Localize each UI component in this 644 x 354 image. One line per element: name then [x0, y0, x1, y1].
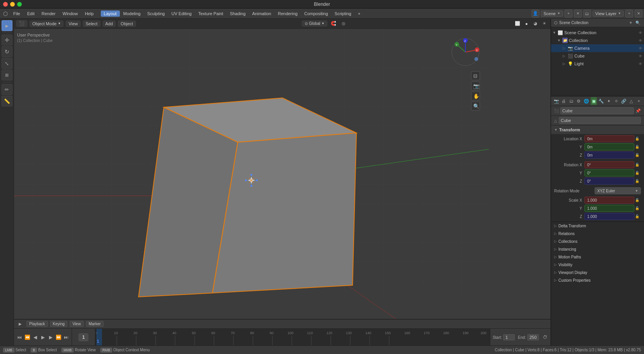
maximize-button[interactable]: [17, 2, 22, 7]
object-props-icon[interactable]: ▣: [591, 97, 597, 105]
location-y-value[interactable]: 0m: [584, 143, 634, 150]
scene-icon[interactable]: 👤: [532, 10, 539, 17]
view-menu[interactable]: View: [66, 21, 81, 27]
motion-paths-header[interactable]: ▷ Motion Paths: [551, 253, 644, 261]
workspace-shading[interactable]: Shading: [227, 10, 249, 17]
move-tool[interactable]: ✛: [2, 35, 12, 45]
play-button[interactable]: ▶: [40, 334, 46, 340]
light-item[interactable]: ▷ 💡 Light 👁: [551, 60, 644, 68]
keying-menu[interactable]: Keying: [50, 321, 68, 327]
menu-edit[interactable]: Edit: [24, 10, 38, 17]
rotation-y-lock[interactable]: 🔓: [635, 171, 639, 175]
scale-z-value[interactable]: 1.000: [584, 213, 634, 220]
rotation-x-value[interactable]: 0°: [584, 161, 634, 168]
workspace-sculpting[interactable]: Sculpting: [144, 10, 168, 17]
outliner-filter-icon[interactable]: ▼: [628, 20, 634, 26]
menu-render[interactable]: Render: [39, 10, 59, 17]
instancing-header[interactable]: ▷ Instancing: [551, 245, 644, 253]
object-menu[interactable]: Object: [118, 21, 136, 27]
location-y-lock[interactable]: 🔓: [635, 145, 639, 149]
location-z-value[interactable]: 0m: [584, 152, 634, 159]
jump-start-button[interactable]: ⏮: [16, 334, 23, 340]
transform-header[interactable]: ▼ Transform: [551, 126, 644, 134]
frame-number-display[interactable]: 1: [79, 333, 88, 341]
camera-item[interactable]: ▷ 📷 Camera 👁: [551, 44, 644, 52]
scale-tool[interactable]: ⤡: [2, 58, 12, 69]
light-vis[interactable]: 👁: [639, 62, 642, 66]
marker-menu[interactable]: Marker: [86, 321, 104, 327]
scale-y-value[interactable]: 1.000: [584, 205, 634, 212]
measure-tool[interactable]: 📏: [2, 96, 12, 106]
timeline-editor-icon[interactable]: ▶: [16, 320, 24, 328]
window-controls[interactable]: [3, 2, 22, 7]
workspace-animation[interactable]: Animation: [249, 10, 274, 17]
col-vis[interactable]: 👁: [639, 38, 642, 43]
scene-props-icon[interactable]: ⚙: [576, 97, 582, 105]
step-back-button[interactable]: ◀: [32, 334, 38, 340]
rotate-tool[interactable]: ↻: [2, 46, 12, 57]
viewlayer-icon[interactable]: 🗂: [583, 10, 591, 17]
step-fwd-button[interactable]: ▶: [47, 334, 54, 340]
pin-icon[interactable]: 📌: [635, 108, 641, 113]
constraints-props-icon[interactable]: 🔗: [621, 97, 626, 105]
del-viewlayer-icon[interactable]: ✕: [635, 10, 642, 17]
add-workspace-button[interactable]: +: [355, 10, 363, 17]
custom-properties-header[interactable]: ▷ Custom Properties: [551, 276, 644, 284]
cube-vis[interactable]: 👁: [639, 54, 642, 58]
scale-z-lock[interactable]: 🔓: [635, 214, 639, 218]
modifier-props-icon[interactable]: 🔧: [598, 97, 604, 105]
object-name-input[interactable]: [560, 107, 634, 114]
scene-selector[interactable]: Scene ▼: [541, 10, 563, 17]
view-menu-tl[interactable]: View: [70, 321, 84, 327]
physics-props-icon[interactable]: ⚛: [613, 97, 619, 105]
add-menu[interactable]: Add: [103, 21, 116, 27]
proportional-edit[interactable]: ◎: [340, 20, 347, 28]
jump-next-key-button[interactable]: ⏩: [55, 334, 61, 340]
3d-viewport[interactable]: User Perspective (1) Collection | Cube X…: [14, 29, 551, 319]
workspace-texture[interactable]: Texture Paint: [195, 10, 226, 17]
cube-item[interactable]: ▷ ⬛ Cube 👁: [551, 52, 644, 60]
jump-prev-key-button[interactable]: ⏪: [24, 334, 30, 340]
timeline-ruler[interactable]: 0 10 20 30 40 50 60 70 80 90 100 110: [95, 329, 490, 345]
particles-props-icon[interactable]: ✦: [606, 97, 612, 105]
viewlayer-selector[interactable]: View Layer ▼: [593, 10, 624, 17]
minimize-button[interactable]: [10, 2, 15, 7]
location-z-lock[interactable]: 🔓: [635, 153, 639, 157]
object-mode-selector[interactable]: Object Mode ▼: [30, 21, 63, 27]
camera-vis[interactable]: 👁: [639, 46, 642, 51]
rotation-z-lock[interactable]: 🔓: [635, 179, 639, 183]
rotation-z-value[interactable]: 0°: [584, 178, 634, 185]
new-scene-icon[interactable]: +: [565, 10, 572, 17]
wireframe-mode[interactable]: ⬜: [514, 20, 521, 28]
workspace-layout[interactable]: Layout: [101, 10, 120, 17]
menu-window[interactable]: Window: [60, 10, 81, 17]
workspace-scripting[interactable]: Scripting: [332, 10, 354, 17]
end-frame-input[interactable]: 250: [527, 334, 539, 340]
visibility-header[interactable]: ▷ Visibility: [551, 261, 644, 269]
playback-menu[interactable]: Playback: [26, 321, 48, 327]
rotation-mode-select[interactable]: XYZ Euler ▼: [595, 187, 641, 194]
workspace-rendering[interactable]: Rendering: [275, 10, 301, 17]
scale-x-value[interactable]: 1.000: [584, 197, 634, 204]
scale-x-lock[interactable]: 🔓: [635, 198, 639, 202]
annotate-tool[interactable]: ✏: [2, 84, 12, 95]
outliner-search-icon[interactable]: 🔍: [635, 20, 641, 26]
transform-pivot[interactable]: ⊙ Global ▼: [302, 21, 327, 26]
view-layer-props-icon[interactable]: 🗂: [569, 97, 574, 105]
rendered-mode[interactable]: ☀: [540, 20, 548, 28]
rotation-x-lock[interactable]: 🔓: [635, 163, 639, 167]
del-scene-icon[interactable]: ✕: [574, 10, 582, 17]
viewport-display-header[interactable]: ▷ Viewport Display: [551, 269, 644, 276]
solid-mode[interactable]: ●: [523, 20, 530, 28]
workspace-uv[interactable]: UV Editing: [168, 10, 195, 17]
scene-col-vis[interactable]: 👁: [639, 31, 642, 35]
timeline-content[interactable]: ⏮ ⏪ ◀ ▶ ▶ ⏩ ⏭ 1 0: [14, 329, 551, 345]
workspace-compositing[interactable]: Compositing: [301, 10, 331, 17]
data-props-icon[interactable]: △: [628, 97, 634, 105]
relations-header[interactable]: ▷ Relations: [551, 230, 644, 237]
menu-file[interactable]: File: [10, 10, 23, 17]
jump-end-button[interactable]: ⏭: [63, 334, 69, 340]
editor-type-selector[interactable]: ⬛: [16, 20, 27, 27]
rotation-y-value[interactable]: 0°: [584, 169, 634, 176]
blender-icon[interactable]: ⬡: [2, 10, 9, 17]
